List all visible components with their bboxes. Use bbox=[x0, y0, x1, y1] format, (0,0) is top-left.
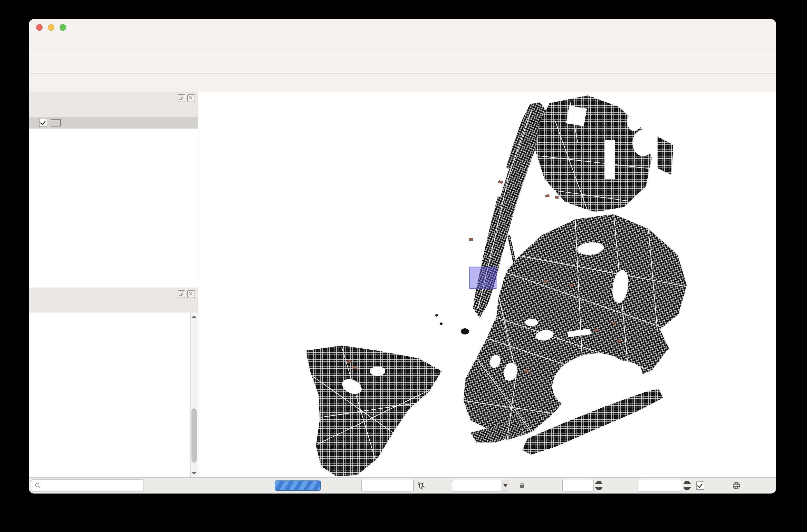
map-rendering bbox=[198, 92, 776, 478]
locator-group bbox=[31, 478, 144, 494]
search-icon bbox=[34, 482, 41, 489]
scroll-down-arrow[interactable] bbox=[191, 470, 197, 477]
browser-panel-close-button[interactable] bbox=[187, 290, 195, 298]
layer-color-swatch bbox=[51, 119, 60, 127]
toolbar-project-navigation bbox=[29, 36, 776, 55]
status-bar bbox=[29, 477, 776, 494]
layers-panel-body bbox=[29, 116, 198, 288]
rotation-input[interactable] bbox=[638, 482, 682, 489]
title-bar[interactable] bbox=[29, 19, 776, 36]
browser-scrollbar[interactable] bbox=[190, 312, 198, 478]
scale-dropdown-button[interactable] bbox=[501, 480, 509, 491]
render-checkbox[interactable] bbox=[696, 481, 704, 490]
browser-panel-toolbar bbox=[29, 299, 198, 312]
crs-globe-icon bbox=[732, 481, 741, 490]
map-selection-rectangle bbox=[470, 267, 496, 288]
map-canvas[interactable] bbox=[198, 92, 776, 478]
layers-panel-toolbar bbox=[29, 103, 198, 116]
left-dock bbox=[29, 92, 198, 478]
lock-scale-icon[interactable] bbox=[518, 478, 527, 494]
layers-panel-close-button[interactable] bbox=[187, 94, 195, 102]
close-window-button[interactable] bbox=[36, 24, 43, 31]
extents-tracking-icon[interactable] bbox=[416, 478, 426, 494]
toolbar-datasource-digitizing-labels bbox=[29, 55, 776, 74]
coordinate-input[interactable] bbox=[362, 482, 413, 489]
scrollbar-thumb[interactable] bbox=[191, 408, 197, 463]
layers-panel bbox=[29, 92, 198, 288]
scroll-up-arrow[interactable] bbox=[191, 313, 197, 320]
locator-box[interactable] bbox=[31, 479, 144, 492]
zoom-window-button[interactable] bbox=[59, 24, 66, 31]
qgis-window bbox=[29, 19, 776, 494]
layers-panel-float-button[interactable] bbox=[178, 94, 185, 102]
browser-panel-float-button[interactable] bbox=[178, 290, 185, 298]
render-progress bbox=[275, 478, 321, 494]
layer-item-building-footprints[interactable] bbox=[29, 117, 198, 129]
progress-bar bbox=[275, 480, 321, 491]
magnifier-input[interactable] bbox=[563, 482, 593, 489]
toolbar-advanced-digitizing-selection bbox=[29, 74, 776, 92]
main-area bbox=[29, 92, 776, 478]
browser-tree bbox=[29, 312, 198, 478]
browser-panel bbox=[29, 288, 198, 478]
magnifier-spinner[interactable] bbox=[595, 480, 603, 492]
layer-visibility-checkbox[interactable] bbox=[39, 119, 47, 127]
crs-group[interactable] bbox=[732, 478, 742, 494]
locator-input[interactable] bbox=[43, 482, 131, 490]
scale-input[interactable] bbox=[452, 482, 501, 489]
rotation-spinner[interactable] bbox=[683, 480, 691, 492]
minimize-window-button[interactable] bbox=[48, 24, 54, 31]
traffic-lights bbox=[36, 19, 66, 36]
